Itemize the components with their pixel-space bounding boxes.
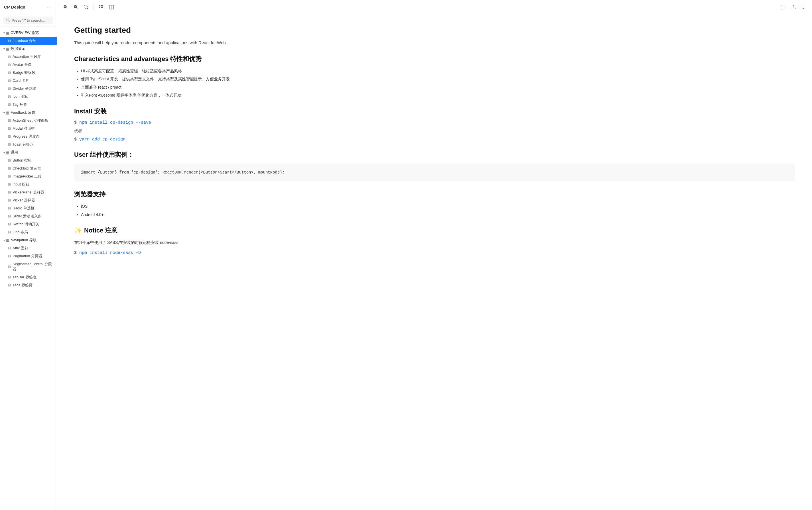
nav-item-affix[interactable]: ⊡Affix 固钉 (0, 244, 57, 252)
nav-item-slider[interactable]: ⊡Slider 滑动输入条 (0, 212, 57, 220)
item-icon: ⊡ (8, 206, 11, 210)
nav-item-button[interactable]: ⊡Button 按钮 (0, 156, 57, 164)
group-icon: ▦ (6, 31, 9, 35)
sidebar-navigation: ▾▦OVERVIEW 总览⊡Introduce 介绍▾▦数据显示⊡Accordi… (0, 27, 57, 510)
nav-item-radio[interactable]: ⊡Radio 单选框 (0, 204, 57, 212)
item-label: Introduce 介绍 (12, 38, 36, 43)
nav-group-feedback: ▾▦Feedback 反馈⊡ActionSheet 动作面板⊡Modal 对话框… (0, 109, 57, 148)
nav-item-grid[interactable]: ⊡Grid 布局 (0, 228, 57, 236)
sidebar-title: CP Design (4, 5, 25, 9)
nav-item-input[interactable]: ⊡Input 按钮 (0, 180, 57, 188)
item-icon: ⊡ (8, 230, 11, 234)
fullscreen-button[interactable] (779, 4, 787, 10)
item-icon: ⊡ (8, 143, 11, 146)
nav-item-toast[interactable]: ⊡Toast 轻提示 (0, 141, 57, 148)
item-label: Button 按钮 (12, 158, 32, 163)
nav-group-header-data-display[interactable]: ▾▦数据显示 (0, 45, 57, 53)
page-title: Getting started (74, 26, 795, 35)
nav-item-segmentedcontrol[interactable]: ⊡SegmentedControl 分段器 (0, 260, 57, 273)
group-label: Navigation 导航 (10, 238, 36, 243)
item-label: Avatar 头像 (12, 62, 32, 67)
item-label: Accordion 手风琴 (12, 54, 41, 59)
item-label: Toast 轻提示 (12, 142, 34, 147)
columns-view-button[interactable] (108, 4, 115, 10)
search-button[interactable] (82, 4, 90, 10)
chevron-icon: ▾ (3, 151, 5, 154)
search-input[interactable] (12, 18, 51, 23)
toolbar-left (62, 4, 115, 10)
nav-item-actionsheet[interactable]: ⊡ActionSheet 动作面板 (0, 117, 57, 124)
browser-item: iOS (81, 203, 795, 209)
toolbar-divider (93, 4, 94, 10)
nav-item-accordion[interactable]: ⊡Accordion 手风琴 (0, 53, 57, 61)
nav-item-tag[interactable]: ⊡Tag 标签 (0, 100, 57, 109)
item-icon: ⊡ (8, 222, 11, 226)
yarn-add-cmd[interactable]: $ yarn add cp-design (74, 137, 795, 142)
item-label: Divider 分割线 (12, 86, 36, 91)
user-title: User 组件使用实例： (74, 150, 795, 159)
group-icon: ▦ (6, 111, 9, 115)
item-icon: ⊡ (8, 265, 11, 269)
nav-item-badge[interactable]: ⊡Badge 徽标数 (0, 69, 57, 77)
nav-group-data-display: ▾▦数据显示⊡Accordion 手风琴⊡Avatar 头像⊡Badge 徽标数… (0, 45, 57, 109)
nav-item-pickerpanel[interactable]: ⊡PickerPanel 选择器 (0, 188, 57, 196)
item-label: ImagePicker 上传 (12, 174, 41, 179)
item-icon: ⊡ (8, 95, 11, 98)
notice-title: ✨ Notice 注意 (74, 226, 795, 235)
item-label: ActionSheet 动作面板 (12, 118, 49, 123)
nav-item-pagination[interactable]: ⊡Pagination 分页器 (0, 252, 57, 260)
main-area: Getting started This guide will help you… (57, 0, 812, 510)
grid-view-button[interactable] (97, 4, 105, 10)
or-text: 或者 (74, 128, 795, 133)
item-icon: ⊡ (8, 55, 11, 59)
nav-item-introduce[interactable]: ⊡Introduce 介绍 (0, 37, 57, 45)
intro-text: This guide will help you render componen… (74, 39, 795, 46)
bookmark-button[interactable] (800, 4, 807, 10)
install-sass-cmd[interactable]: $ npm install node-sass -D (74, 250, 795, 255)
item-icon: ⊡ (8, 71, 11, 74)
item-icon: ⊡ (8, 158, 11, 162)
item-icon: ⊡ (8, 190, 11, 194)
group-label: OVERVIEW 总览 (10, 30, 39, 35)
nav-item-switch[interactable]: ⊡Switch 滑动开关 (0, 220, 57, 228)
group-icon: ▦ (6, 47, 9, 51)
item-label: Tabs 标签页 (12, 282, 32, 288)
npm-install-cmd[interactable]: $ npm install cp-design --save (74, 120, 795, 125)
item-icon: ⊡ (8, 283, 11, 287)
nav-item-imagepicker[interactable]: ⊡ImagePicker 上传 (0, 172, 57, 180)
group-label: Feedback 反馈 (10, 110, 35, 115)
chevron-icon: ▾ (3, 239, 5, 242)
item-icon: ⊡ (8, 214, 11, 218)
nav-item-avatar[interactable]: ⊡Avatar 头像 (0, 61, 57, 69)
item-icon: ⊡ (8, 167, 11, 170)
nav-item-card[interactable]: ⊡Card 卡片 (0, 77, 57, 85)
item-icon: ⊡ (8, 126, 11, 130)
nav-item-icon[interactable]: ⊡Icon 图标 (0, 93, 57, 100)
search-box[interactable] (3, 17, 53, 24)
item-icon: ⊡ (8, 134, 11, 139)
group-icon: ▦ (6, 150, 9, 155)
item-icon: ⊡ (8, 119, 11, 122)
sidebar: CP Design ··· ▾▦OVERVIEW 总览⊡Introduce 介绍… (0, 0, 57, 510)
nav-item-tabbar[interactable]: ⊡TabBar 标签栏 (0, 273, 57, 281)
nav-item-checkbox[interactable]: ⊡Checkbox 复选框 (0, 164, 57, 172)
zoom-in-button[interactable] (72, 4, 80, 10)
sidebar-more-button[interactable]: ··· (45, 3, 53, 10)
share-button[interactable] (789, 4, 797, 10)
item-label: Picker 选择器 (12, 198, 35, 203)
nav-group-header-common[interactable]: ▾▦通用 (0, 148, 57, 156)
item-label: Card 卡片 (12, 78, 29, 83)
nav-item-divider[interactable]: ⊡Divider 分割线 (0, 85, 57, 93)
nav-group-header-feedback[interactable]: ▾▦Feedback 反馈 (0, 109, 57, 117)
nav-item-tabs[interactable]: ⊡Tabs 标签页 (0, 281, 57, 289)
item-icon: ⊡ (8, 63, 11, 67)
nav-group-navigation: ▾▦Navigation 导航⊡Affix 固钉⊡Pagination 分页器⊡… (0, 236, 57, 289)
nav-group-header-overview[interactable]: ▾▦OVERVIEW 总览 (0, 29, 57, 37)
nav-item-picker[interactable]: ⊡Picker 选择器 (0, 196, 57, 204)
item-icon: ⊡ (8, 39, 11, 43)
nav-group-header-navigation[interactable]: ▾▦Navigation 导航 (0, 236, 57, 244)
nav-item-progress[interactable]: ⊡Progress 进度条 (0, 132, 57, 141)
nav-item-modal[interactable]: ⊡Modal 对话框 (0, 124, 57, 132)
chevron-icon: ▾ (3, 31, 5, 34)
zoom-out-button[interactable] (62, 4, 69, 10)
